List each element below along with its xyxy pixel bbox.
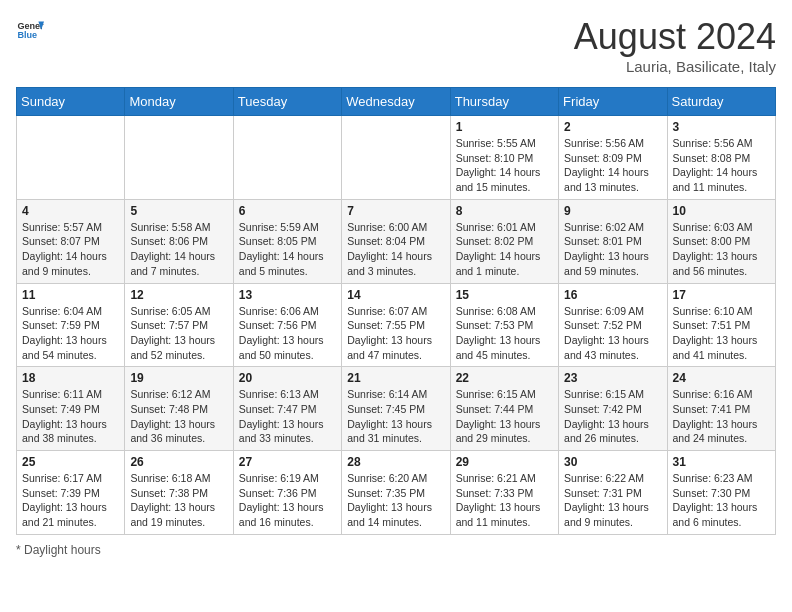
day-content: Sunrise: 6:15 AMSunset: 7:44 PMDaylight:… (456, 387, 553, 446)
day-number: 2 (564, 120, 661, 134)
day-header-thursday: Thursday (450, 88, 558, 116)
day-number: 22 (456, 371, 553, 385)
day-number: 31 (673, 455, 770, 469)
day-content: Sunrise: 5:55 AMSunset: 8:10 PMDaylight:… (456, 136, 553, 195)
day-content: Sunrise: 6:15 AMSunset: 7:42 PMDaylight:… (564, 387, 661, 446)
day-number: 19 (130, 371, 227, 385)
day-number: 12 (130, 288, 227, 302)
day-cell: 1Sunrise: 5:55 AMSunset: 8:10 PMDaylight… (450, 116, 558, 200)
title-area: August 2024 Lauria, Basilicate, Italy (574, 16, 776, 75)
day-number: 10 (673, 204, 770, 218)
day-content: Sunrise: 5:56 AMSunset: 8:08 PMDaylight:… (673, 136, 770, 195)
day-content: Sunrise: 6:14 AMSunset: 7:45 PMDaylight:… (347, 387, 444, 446)
footer-note: * Daylight hours (16, 543, 776, 557)
day-cell: 25Sunrise: 6:17 AMSunset: 7:39 PMDayligh… (17, 451, 125, 535)
day-cell: 20Sunrise: 6:13 AMSunset: 7:47 PMDayligh… (233, 367, 341, 451)
day-content: Sunrise: 6:16 AMSunset: 7:41 PMDaylight:… (673, 387, 770, 446)
week-row-3: 11Sunrise: 6:04 AMSunset: 7:59 PMDayligh… (17, 283, 776, 367)
week-row-2: 4Sunrise: 5:57 AMSunset: 8:07 PMDaylight… (17, 199, 776, 283)
calendar-table: SundayMondayTuesdayWednesdayThursdayFrid… (16, 87, 776, 535)
day-cell: 7Sunrise: 6:00 AMSunset: 8:04 PMDaylight… (342, 199, 450, 283)
day-number: 6 (239, 204, 336, 218)
day-content: Sunrise: 5:57 AMSunset: 8:07 PMDaylight:… (22, 220, 119, 279)
day-cell: 27Sunrise: 6:19 AMSunset: 7:36 PMDayligh… (233, 451, 341, 535)
day-content: Sunrise: 6:00 AMSunset: 8:04 PMDaylight:… (347, 220, 444, 279)
day-number: 25 (22, 455, 119, 469)
week-row-5: 25Sunrise: 6:17 AMSunset: 7:39 PMDayligh… (17, 451, 776, 535)
day-content: Sunrise: 6:19 AMSunset: 7:36 PMDaylight:… (239, 471, 336, 530)
day-content: Sunrise: 6:10 AMSunset: 7:51 PMDaylight:… (673, 304, 770, 363)
day-content: Sunrise: 6:22 AMSunset: 7:31 PMDaylight:… (564, 471, 661, 530)
day-cell: 16Sunrise: 6:09 AMSunset: 7:52 PMDayligh… (559, 283, 667, 367)
day-cell: 30Sunrise: 6:22 AMSunset: 7:31 PMDayligh… (559, 451, 667, 535)
day-number: 28 (347, 455, 444, 469)
day-number: 20 (239, 371, 336, 385)
day-content: Sunrise: 6:05 AMSunset: 7:57 PMDaylight:… (130, 304, 227, 363)
day-content: Sunrise: 6:18 AMSunset: 7:38 PMDaylight:… (130, 471, 227, 530)
day-header-monday: Monday (125, 88, 233, 116)
day-header-saturday: Saturday (667, 88, 775, 116)
day-content: Sunrise: 5:59 AMSunset: 8:05 PMDaylight:… (239, 220, 336, 279)
day-cell: 11Sunrise: 6:04 AMSunset: 7:59 PMDayligh… (17, 283, 125, 367)
subtitle: Lauria, Basilicate, Italy (574, 58, 776, 75)
week-row-4: 18Sunrise: 6:11 AMSunset: 7:49 PMDayligh… (17, 367, 776, 451)
day-content: Sunrise: 5:58 AMSunset: 8:06 PMDaylight:… (130, 220, 227, 279)
day-cell: 28Sunrise: 6:20 AMSunset: 7:35 PMDayligh… (342, 451, 450, 535)
day-content: Sunrise: 6:08 AMSunset: 7:53 PMDaylight:… (456, 304, 553, 363)
main-title: August 2024 (574, 16, 776, 58)
header-row: SundayMondayTuesdayWednesdayThursdayFrid… (17, 88, 776, 116)
logo: General Blue (16, 16, 44, 44)
day-cell: 22Sunrise: 6:15 AMSunset: 7:44 PMDayligh… (450, 367, 558, 451)
day-cell: 26Sunrise: 6:18 AMSunset: 7:38 PMDayligh… (125, 451, 233, 535)
day-number: 13 (239, 288, 336, 302)
day-number: 11 (22, 288, 119, 302)
day-number: 7 (347, 204, 444, 218)
day-cell: 4Sunrise: 5:57 AMSunset: 8:07 PMDaylight… (17, 199, 125, 283)
day-cell: 23Sunrise: 6:15 AMSunset: 7:42 PMDayligh… (559, 367, 667, 451)
day-cell (342, 116, 450, 200)
day-content: Sunrise: 6:20 AMSunset: 7:35 PMDaylight:… (347, 471, 444, 530)
day-cell: 8Sunrise: 6:01 AMSunset: 8:02 PMDaylight… (450, 199, 558, 283)
day-content: Sunrise: 5:56 AMSunset: 8:09 PMDaylight:… (564, 136, 661, 195)
svg-text:Blue: Blue (17, 30, 37, 40)
day-content: Sunrise: 6:06 AMSunset: 7:56 PMDaylight:… (239, 304, 336, 363)
day-cell: 14Sunrise: 6:07 AMSunset: 7:55 PMDayligh… (342, 283, 450, 367)
day-content: Sunrise: 6:13 AMSunset: 7:47 PMDaylight:… (239, 387, 336, 446)
day-header-wednesday: Wednesday (342, 88, 450, 116)
day-cell: 15Sunrise: 6:08 AMSunset: 7:53 PMDayligh… (450, 283, 558, 367)
day-number: 26 (130, 455, 227, 469)
day-number: 30 (564, 455, 661, 469)
day-number: 5 (130, 204, 227, 218)
day-number: 8 (456, 204, 553, 218)
day-header-sunday: Sunday (17, 88, 125, 116)
day-number: 29 (456, 455, 553, 469)
day-content: Sunrise: 6:03 AMSunset: 8:00 PMDaylight:… (673, 220, 770, 279)
day-cell: 12Sunrise: 6:05 AMSunset: 7:57 PMDayligh… (125, 283, 233, 367)
header: General Blue August 2024 Lauria, Basilic… (16, 16, 776, 75)
day-cell: 29Sunrise: 6:21 AMSunset: 7:33 PMDayligh… (450, 451, 558, 535)
day-number: 21 (347, 371, 444, 385)
day-number: 14 (347, 288, 444, 302)
day-header-tuesday: Tuesday (233, 88, 341, 116)
logo-icon: General Blue (16, 16, 44, 44)
day-header-friday: Friday (559, 88, 667, 116)
week-row-1: 1Sunrise: 5:55 AMSunset: 8:10 PMDaylight… (17, 116, 776, 200)
day-number: 4 (22, 204, 119, 218)
day-number: 17 (673, 288, 770, 302)
day-number: 3 (673, 120, 770, 134)
day-cell: 19Sunrise: 6:12 AMSunset: 7:48 PMDayligh… (125, 367, 233, 451)
day-number: 16 (564, 288, 661, 302)
day-number: 27 (239, 455, 336, 469)
day-content: Sunrise: 6:07 AMSunset: 7:55 PMDaylight:… (347, 304, 444, 363)
day-number: 9 (564, 204, 661, 218)
day-content: Sunrise: 6:09 AMSunset: 7:52 PMDaylight:… (564, 304, 661, 363)
day-content: Sunrise: 6:21 AMSunset: 7:33 PMDaylight:… (456, 471, 553, 530)
day-content: Sunrise: 6:17 AMSunset: 7:39 PMDaylight:… (22, 471, 119, 530)
day-cell: 18Sunrise: 6:11 AMSunset: 7:49 PMDayligh… (17, 367, 125, 451)
day-content: Sunrise: 6:23 AMSunset: 7:30 PMDaylight:… (673, 471, 770, 530)
day-cell: 3Sunrise: 5:56 AMSunset: 8:08 PMDaylight… (667, 116, 775, 200)
day-cell: 31Sunrise: 6:23 AMSunset: 7:30 PMDayligh… (667, 451, 775, 535)
day-content: Sunrise: 6:12 AMSunset: 7:48 PMDaylight:… (130, 387, 227, 446)
day-cell (125, 116, 233, 200)
day-cell: 24Sunrise: 6:16 AMSunset: 7:41 PMDayligh… (667, 367, 775, 451)
